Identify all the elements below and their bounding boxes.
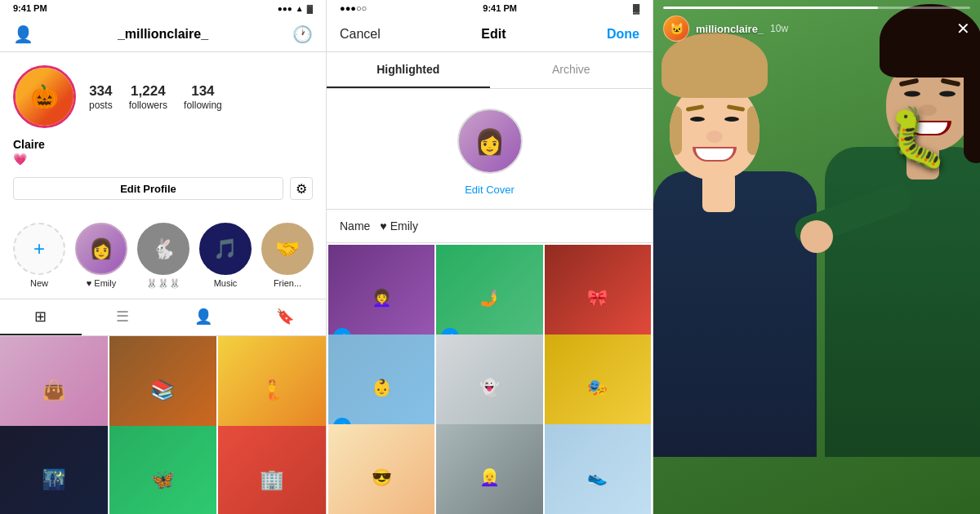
left-mouth [693,147,737,162]
profile-top-row: 🎃 334 posts 1,224 followers 134 followin… [13,65,313,128]
profile-nav-bar: 👤 _millionclaire_ 🕐 [0,16,326,52]
story-item-music[interactable]: 🎵 Music [199,223,252,289]
music-story-circle: 🎵 [199,223,252,275]
story-top-row: 🐱 millionclaire_ 10w ✕ [653,9,980,48]
new-story-circle: + [13,223,65,275]
grid-photo-6[interactable]: 🏢 [218,426,326,514]
avatar[interactable]: 🎃 [13,65,76,128]
status-dots-2: ●●●○○ [340,3,367,13]
edit-cover-button[interactable]: Edit Cover [465,184,514,196]
tab-grid[interactable]: ⊞ [0,299,82,335]
story-item-new[interactable]: + New [13,223,65,289]
edit-img-8: 👱‍♀️ [436,424,542,514]
done-button[interactable]: Done [607,27,639,42]
music-story-label: Music [214,278,238,288]
left-brow-left [686,104,705,112]
person-icon: 👤 [13,24,33,44]
edit-photo-7[interactable]: 😎 [328,424,434,514]
friends-story-label: Frien... [274,278,301,288]
highlight-name: Emily [390,219,418,233]
edit-story-panel: ●●●○○ 9:41 PM ▓ Cancel Edit Done Highlig… [327,0,653,514]
story-view-panel: 🐛 🐛 🐱 millionclaire_ 10w ✕ [653,0,980,514]
cover-section: 👩 Edit Cover [327,89,653,209]
left-eye-right [724,117,739,122]
grid-photo-4[interactable]: 🌃 [0,426,108,514]
left-face-hair-right [747,106,760,155]
bunny-story-avatar: 🐇 [151,237,176,260]
new-story-label: New [30,278,48,288]
tab-list[interactable]: ☰ [82,299,163,335]
tab-archive[interactable]: Archive [490,52,653,88]
friends-story-avatar: 🤝 [275,237,300,260]
cover-avatar-image: 👩 [474,127,505,156]
heart-icon: ♥ [380,219,386,233]
stories-row: + New 👩 ♥ Emily 🐇 🐰🐰🐰 🎵 Music [0,213,326,299]
emily-story-label: ♥ Emily [87,278,116,288]
posts-label: posts [89,100,113,111]
posts-count: 334 [89,83,112,100]
name-label: Name [340,219,370,233]
edit-tabs: Highlighted Archive [327,52,653,89]
right-person-area [792,24,980,457]
following-stat[interactable]: 134 following [184,83,222,111]
followers-count: 1,224 [131,83,166,100]
music-story-avatar: 🎵 [213,237,238,260]
photo-5: 🦋 [109,426,217,514]
profile-header: 🎃 334 posts 1,224 followers 134 followin… [0,52,326,213]
story-background: 🐛 🐛 🐱 millionclaire_ 10w ✕ [653,0,980,514]
edit-title: Edit [481,27,506,42]
status-time-1: 9:41 PM [13,3,47,13]
right-hand [800,220,833,253]
left-eye-left [690,117,705,122]
story-avatar-small: 🐱 [663,16,689,42]
edit-profile-button[interactable]: Edit Profile [13,177,283,200]
story-username: millionclaire_ [696,23,764,35]
wifi-icon: ▲ [296,4,304,13]
left-brow-right [727,104,746,112]
story-item-emily[interactable]: 👩 ♥ Emily [75,223,127,289]
photo-grid: 👜 📚 🧜 🌃 🦋 🏢 [0,336,326,514]
right-brow-right [941,78,961,87]
tab-highlighted[interactable]: Highlighted [327,52,490,88]
bunny-story-label: 🐰🐰🐰 [146,278,180,289]
archive-icon[interactable]: 🕐 [292,24,313,44]
plus-icon: + [33,237,45,260]
followers-label: followers [129,100,167,111]
cancel-button[interactable]: Cancel [340,27,381,42]
posts-stat[interactable]: 334 posts [89,83,113,111]
bug-toy-detail: 🐛 [880,101,956,174]
edit-img-7: 😎 [328,424,434,514]
right-eye-left [904,91,920,97]
right-eye-right [939,91,956,97]
settings-icon[interactable]: ⚙ [290,177,313,200]
edit-img-9: 👟 [545,424,651,514]
story-item-friends[interactable]: 🤝 Frien... [261,223,314,289]
story-time-ago: 10w [770,23,788,34]
close-icon[interactable]: ✕ [956,19,970,38]
story-item-bunny[interactable]: 🐇 🐰🐰🐰 [137,223,189,289]
left-face-hair-left [670,106,682,155]
cover-avatar[interactable]: 👩 [457,109,523,174]
grid-photo-5[interactable]: 🦋 [109,426,217,514]
friends-story-circle: 🤝 [261,223,314,275]
battery-2: ▓ [633,3,639,13]
status-bar-1: 9:41 PM ●●● ▲ ▓ [0,0,326,16]
profile-panel: 9:41 PM ●●● ▲ ▓ 👤 _millionclaire_ 🕐 🎃 33… [0,0,327,514]
photo-6: 🏢 [218,426,326,514]
tab-tagged[interactable]: 👤 [163,299,245,335]
followers-stat[interactable]: 1,224 followers [129,83,167,111]
edit-photo-grid: 👩‍🦱 ✓ 🤳 ✓ 🎀 👶 ✓ 👻 🎭 😎 👱‍♀️ 👟 [327,243,653,514]
name-row: Name ♥ Emily [327,209,653,243]
right-brow-left [899,78,920,87]
profile-username: _millionclaire_ [118,27,208,42]
edit-photo-8[interactable]: 👱‍♀️ [436,424,542,514]
tab-saved[interactable]: 🔖 [244,299,326,335]
profile-stats: 334 posts 1,224 followers 134 following [89,83,313,111]
edit-nav: Cancel Edit Done [327,16,653,52]
right-hair-side [964,65,980,163]
edit-photo-9[interactable]: 👟 [545,424,651,514]
status-bar-2: ●●●○○ 9:41 PM ▓ [327,0,653,16]
left-nose [706,131,723,143]
signal-icon: ●●● [278,4,292,13]
profile-bio-emoji: 💗 [13,153,313,166]
